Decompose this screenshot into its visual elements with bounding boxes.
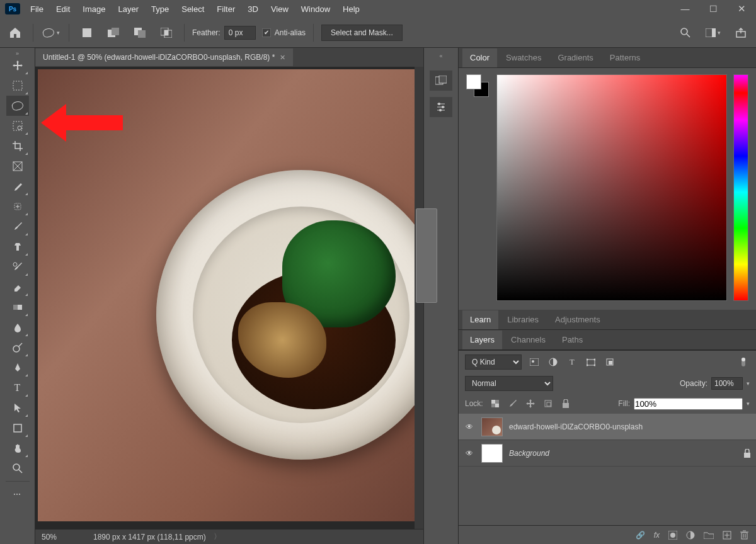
layer-row[interactable]: 👁 edward-howell-iDlZaCORBO0-unsplash	[459, 414, 756, 440]
menu-file[interactable]: File	[24, 1, 50, 18]
vertical-scrollbar[interactable]	[415, 67, 423, 529]
filter-pixel-icon[interactable]	[528, 356, 541, 368]
layer-name[interactable]: edward-howell-iDlZaCORBO0-unsplash	[509, 422, 643, 431]
hand-tool[interactable]	[6, 438, 29, 458]
frame-tool[interactable]	[6, 156, 29, 176]
tab-learn[interactable]: Learn	[462, 310, 498, 329]
intersect-selection-icon[interactable]	[156, 23, 176, 43]
filter-shape-icon[interactable]	[585, 356, 597, 368]
color-field[interactable]	[496, 74, 727, 301]
hue-slider[interactable]	[733, 74, 748, 301]
dodge-tool[interactable]	[6, 337, 29, 358]
menu-help[interactable]: Help	[336, 1, 366, 18]
select-and-mask-button[interactable]: Select and Mask...	[321, 25, 403, 41]
lock-pixels-icon[interactable]	[490, 398, 501, 409]
new-layer-icon[interactable]	[723, 531, 731, 540]
visibility-icon[interactable]: 👁	[464, 422, 475, 431]
filter-smart-icon[interactable]	[604, 356, 616, 368]
history-panel-icon[interactable]	[430, 71, 452, 91]
blur-tool[interactable]	[6, 317, 29, 337]
move-tool[interactable]	[6, 55, 29, 76]
trash-icon[interactable]	[740, 530, 748, 540]
lock-brush-icon[interactable]	[507, 398, 518, 409]
type-tool[interactable]: T	[6, 378, 29, 398]
menu-select[interactable]: Select	[175, 1, 210, 18]
filter-type-icon[interactable]: T	[566, 356, 578, 368]
tab-gradients[interactable]: Gradients	[550, 48, 600, 67]
document-tab[interactable]: Untitled-1 @ 50% (edward-howell-iDlZaCOR…	[35, 48, 293, 66]
canvas[interactable]	[35, 67, 423, 529]
history-brush-tool[interactable]	[6, 257, 29, 277]
tool-preset[interactable]: ▾	[41, 23, 61, 43]
marquee-tool[interactable]	[6, 76, 29, 96]
crop-tool[interactable]	[6, 136, 29, 156]
close-button[interactable]: ✕	[728, 0, 756, 18]
filter-adjust-icon[interactable]	[547, 356, 559, 368]
tab-adjustments[interactable]: Adjustments	[547, 310, 608, 329]
blend-mode-select[interactable]: Normal	[465, 376, 553, 391]
filter-toggle[interactable]	[737, 356, 750, 368]
mid-panel-tabs: Learn Libraries Adjustments	[459, 310, 756, 330]
tab-paths[interactable]: Paths	[554, 331, 590, 349]
visibility-icon[interactable]: 👁	[464, 449, 475, 458]
lock-move-icon[interactable]	[525, 398, 536, 409]
opacity-input[interactable]	[711, 377, 743, 390]
clone-tool[interactable]	[6, 237, 29, 257]
fill-input[interactable]	[634, 398, 743, 410]
minimize-button[interactable]: —	[671, 0, 699, 18]
eraser-tool[interactable]	[6, 277, 29, 297]
workspace-switcher[interactable]: ▾	[703, 23, 723, 43]
feather-input[interactable]	[224, 26, 256, 40]
tab-color[interactable]: Color	[462, 48, 497, 67]
new-selection-icon[interactable]	[77, 23, 97, 43]
tab-patterns[interactable]: Patterns	[602, 48, 648, 67]
lasso-tool[interactable]	[6, 96, 29, 116]
tab-channels[interactable]: Channels	[503, 331, 553, 349]
pen-tool[interactable]	[6, 358, 29, 378]
fg-bg-swatch[interactable]	[466, 74, 489, 97]
menu-3d[interactable]: 3D	[241, 1, 265, 18]
tab-libraries[interactable]: Libraries	[500, 310, 546, 329]
home-button[interactable]	[5, 23, 25, 43]
layer-thumbnail[interactable]	[481, 417, 503, 436]
properties-panel-icon[interactable]	[430, 97, 452, 117]
lock-all-icon[interactable]	[560, 398, 571, 409]
layer-blend-bar: Normal Opacity: ▾	[459, 373, 756, 394]
layer-mask-icon[interactable]	[668, 531, 677, 540]
share-icon[interactable]	[731, 23, 751, 43]
maximize-button[interactable]: ☐	[699, 0, 728, 18]
quick-select-tool[interactable]	[6, 116, 29, 136]
menu-edit[interactable]: Edit	[50, 1, 76, 18]
brush-tool[interactable]	[6, 217, 29, 237]
menu-type[interactable]: Type	[145, 1, 175, 18]
menu-layer[interactable]: Layer	[112, 1, 146, 18]
eyedropper-tool[interactable]	[6, 176, 29, 196]
link-layers-icon[interactable]: 🔗	[636, 531, 645, 540]
layer-thumbnail[interactable]	[481, 444, 503, 463]
group-icon[interactable]	[704, 531, 714, 539]
tab-swatches[interactable]: Swatches	[498, 48, 549, 67]
menu-window[interactable]: Window	[295, 1, 336, 18]
path-select-tool[interactable]	[6, 398, 29, 418]
menu-view[interactable]: View	[265, 1, 295, 18]
layer-filter-kind[interactable]: Q Kind	[465, 354, 522, 370]
close-tab-icon[interactable]: ✕	[280, 54, 285, 62]
tab-layers[interactable]: Layers	[462, 331, 502, 349]
zoom-level[interactable]: 50%	[42, 533, 86, 541]
adjustment-layer-icon[interactable]	[686, 531, 695, 540]
shape-tool[interactable]	[6, 418, 29, 438]
antialias-checkbox[interactable]: ✔	[262, 28, 271, 37]
zoom-tool[interactable]	[6, 458, 29, 479]
layer-row[interactable]: 👁 Background	[459, 440, 756, 467]
healing-tool[interactable]	[6, 196, 29, 217]
menu-image[interactable]: Image	[76, 1, 112, 18]
menu-filter[interactable]: Filter	[210, 1, 241, 18]
search-icon[interactable]	[675, 23, 696, 43]
lock-artboard-icon[interactable]	[542, 398, 554, 409]
edit-toolbar[interactable]: ⋯	[6, 484, 29, 504]
subtract-selection-icon[interactable]	[130, 23, 150, 43]
add-selection-icon[interactable]	[103, 23, 123, 43]
layer-fx-icon[interactable]: fx	[654, 531, 660, 540]
gradient-tool[interactable]	[6, 297, 29, 317]
layer-name[interactable]: Background	[509, 449, 549, 458]
